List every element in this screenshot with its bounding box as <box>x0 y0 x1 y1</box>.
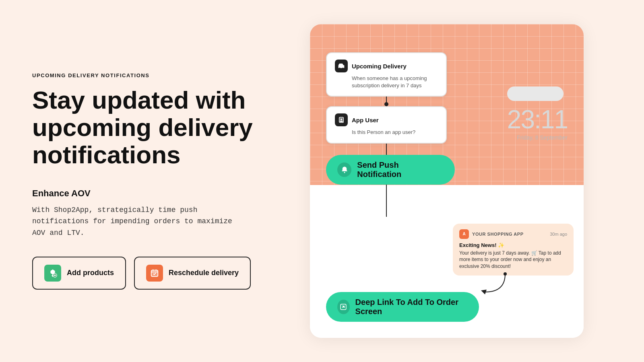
notif-header: A YOUR SHOPPING APP 30m ago <box>459 229 567 239</box>
app-user-title: App User <box>352 117 379 123</box>
send-push-label: Send Push Notification <box>357 160 444 179</box>
svg-rect-5 <box>151 270 158 277</box>
app-user-icon <box>335 113 348 126</box>
upcoming-delivery-desc: When someone has a upcoming subscription… <box>352 75 438 89</box>
node-header-2: App User <box>335 113 438 126</box>
deep-link-label: Deep Link To Add To Order Screen <box>355 298 468 316</box>
svg-point-10 <box>339 68 341 69</box>
add-products-label: Add products <box>67 269 114 277</box>
reschedule-delivery-label: Reschedule delivery <box>169 269 239 277</box>
page-container: UPCOMING DELIVERY NOTIFICATIONS Stay upd… <box>0 0 644 362</box>
notif-body: Your delivery is just 7 days away. 🛒 Tap… <box>459 250 567 270</box>
reschedule-delivery-button[interactable]: Reschedule delivery <box>134 257 251 290</box>
notif-app-name: YOUR SHOPPING APP <box>472 232 547 237</box>
svg-rect-9 <box>339 65 345 68</box>
card-content: 23:11 Friday, 8 September <box>310 24 584 338</box>
notification-card: A YOUR SHOPPING APP 30m ago Exciting New… <box>453 224 574 276</box>
svg-point-11 <box>343 68 344 69</box>
node-header-1: Upcoming Delivery <box>335 60 438 72</box>
notif-time: 30m ago <box>550 232 567 237</box>
upcoming-delivery-node: Upcoming Delivery When someone has a upc… <box>326 52 447 97</box>
left-panel: UPCOMING DELIVERY NOTIFICATIONS Stay upd… <box>32 72 282 290</box>
push-notification-icon <box>337 162 351 177</box>
connector-dot-1 <box>384 102 388 106</box>
connector-1 <box>386 97 387 106</box>
notif-title: Exciting News! ✨ <box>459 242 567 248</box>
deep-link-section: Deep Link To Add To Order Screen <box>326 292 479 322</box>
send-push-button[interactable]: Send Push Notification <box>326 155 455 185</box>
arrow-connector <box>481 272 513 298</box>
notif-app-icon: A <box>459 229 469 239</box>
app-user-node: App User Is this Person an app user? <box>326 106 447 143</box>
deep-link-icon <box>337 300 350 314</box>
svg-point-14 <box>344 172 345 173</box>
svg-marker-15 <box>481 290 487 294</box>
delivery-icon <box>335 60 348 72</box>
section-label: UPCOMING DELIVERY NOTIFICATIONS <box>32 72 266 78</box>
add-products-button[interactable]: Add products <box>32 257 126 290</box>
connector-3 <box>386 185 387 217</box>
enhance-desc: With Shop2App, strategically time push n… <box>32 204 242 239</box>
upcoming-delivery-title: Upcoming Delivery <box>352 63 407 70</box>
deep-link-button[interactable]: Deep Link To Add To Order Screen <box>326 292 479 322</box>
right-panel: 23:11 Friday, 8 September <box>282 24 612 338</box>
enhance-title: Enhance AOV <box>32 188 266 199</box>
svg-point-13 <box>341 119 342 120</box>
reschedule-delivery-icon <box>146 265 163 282</box>
app-user-desc: Is this Person an app user? <box>352 129 438 136</box>
main-heading: Stay updated with upcoming delivery noti… <box>32 86 266 169</box>
add-products-icon <box>44 265 61 282</box>
connector-2 <box>386 144 387 155</box>
action-buttons: Add products Reschedule delivery <box>32 257 266 290</box>
flow-card: 23:11 Friday, 8 September <box>310 24 584 338</box>
svg-point-16 <box>504 272 507 276</box>
